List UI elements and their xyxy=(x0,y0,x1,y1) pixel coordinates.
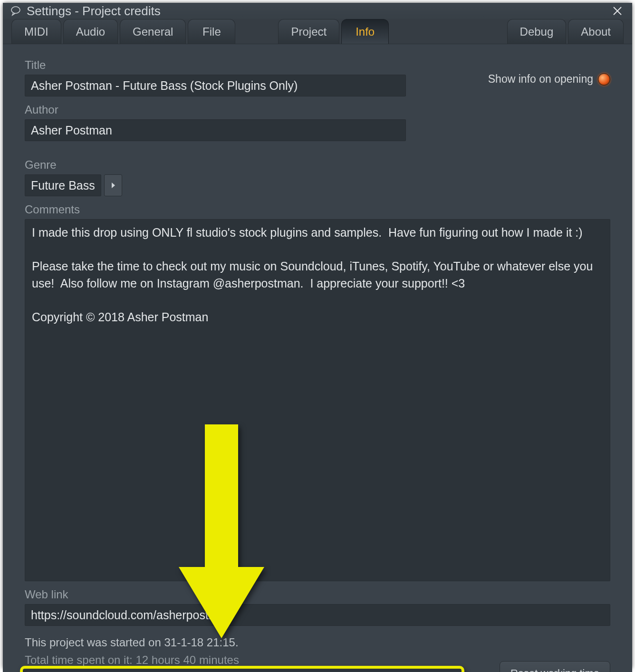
svg-marker-3 xyxy=(112,182,115,188)
tab-project[interactable]: Project xyxy=(278,19,339,44)
tab-debug[interactable]: Debug xyxy=(507,19,567,44)
genre-label: Genre xyxy=(25,158,122,172)
author-label: Author xyxy=(25,103,406,116)
tab-about[interactable]: About xyxy=(568,19,624,44)
title-label: Title xyxy=(25,58,406,72)
project-stats-text: Plugins: 104, Channels: 70, Mixer tracks… xyxy=(25,670,460,672)
author-input[interactable]: Asher Postman xyxy=(25,119,406,141)
tab-general[interactable]: General xyxy=(120,19,186,44)
comments-textarea[interactable]: I made this drop using ONLY fl studio's … xyxy=(25,219,610,581)
svg-point-0 xyxy=(11,7,20,13)
tab-file[interactable]: File xyxy=(188,19,235,44)
comment-icon xyxy=(10,5,22,17)
project-started-text: This project was started on 31-1-18 21:1… xyxy=(25,634,460,651)
comments-label: Comments xyxy=(25,203,610,216)
title-input[interactable]: Asher Postman - Future Bass (Stock Plugi… xyxy=(25,75,406,96)
tabstrip: MIDIAudioGeneralFile ProjectInfo DebugAb… xyxy=(3,19,632,44)
tab-info[interactable]: Info xyxy=(341,19,389,44)
titlebar: Settings - Project credits xyxy=(3,3,632,19)
show-info-toggle[interactable] xyxy=(598,73,610,86)
content-panel: Title Asher Postman - Future Bass (Stock… xyxy=(3,44,632,672)
show-info-label: Show info on opening xyxy=(488,73,593,86)
settings-window: Settings - Project credits MIDIAudioGene… xyxy=(3,3,632,669)
genre-input[interactable]: Future Bass xyxy=(25,174,101,196)
window-title: Settings - Project credits xyxy=(27,4,609,19)
tab-audio[interactable]: Audio xyxy=(63,19,118,44)
weblink-label: Web link xyxy=(25,588,610,601)
genre-next-button[interactable] xyxy=(104,174,122,196)
weblink-input[interactable]: https://soundcloud.com/asherpostman xyxy=(25,604,610,626)
close-button[interactable] xyxy=(609,3,625,19)
tab-midi[interactable]: MIDI xyxy=(11,19,61,44)
reset-working-time-button[interactable]: Reset working time xyxy=(500,661,610,672)
time-spent-text: Total time spent on it: 12 hours 40 minu… xyxy=(25,652,460,669)
